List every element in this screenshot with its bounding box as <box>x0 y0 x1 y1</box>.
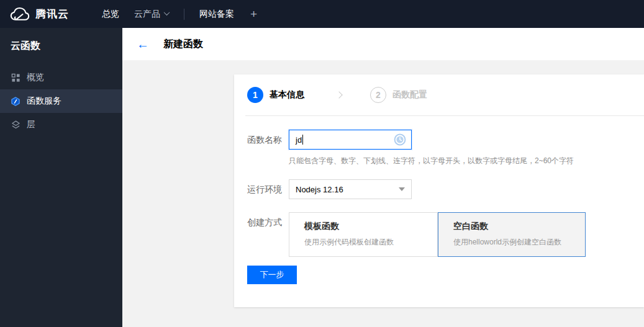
nav-divider <box>184 9 184 20</box>
main-area: ← 新建函数 1 基本信息 2 函数配置 函数名称 jd <box>122 28 644 327</box>
tencent-cloud-logo-icon <box>9 7 30 22</box>
nav-item-icp[interactable]: 网站备案 <box>199 9 234 20</box>
runtime-select[interactable]: Nodejs 12.16 <box>289 179 412 199</box>
pending-clock-icon <box>394 133 406 146</box>
create-function-card: 1 基本信息 2 函数配置 函数名称 jd <box>234 74 644 307</box>
function-hexagon-icon <box>11 96 20 106</box>
nav-item-cloud-products[interactable]: 云产品 <box>134 9 169 20</box>
top-navbar: 腾讯云 总览 云产品 网站备案 + <box>0 0 644 28</box>
sidebar-item-function-service[interactable]: 函数服务 <box>0 89 122 113</box>
function-name-row: 函数名称 jd <box>247 130 644 166</box>
option-card-template-function[interactable]: 模板函数 使用示例代码模板创建函数 <box>289 212 438 257</box>
creation-method-label: 创建方式 <box>247 212 289 257</box>
step-2-indicator: 2 <box>370 87 386 103</box>
basic-info-form: 函数名称 jd <box>234 116 644 257</box>
option-title: 模板函数 <box>304 221 437 232</box>
function-name-label: 函数名称 <box>247 130 289 166</box>
sidebar-item-overview[interactable]: 概览 <box>0 66 122 89</box>
function-name-help: 只能包含字母、数字、下划线、连字符，以字母开头，以数字或字母结尾，2~60个字符 <box>289 156 574 166</box>
add-tab-button[interactable]: + <box>250 7 257 21</box>
sidebar-item-layers[interactable]: 层 <box>0 113 122 137</box>
runtime-row: 运行环境 Nodejs 12.16 <box>247 179 644 199</box>
page-body: 1 基本信息 2 函数配置 函数名称 jd <box>122 60 644 327</box>
sidebar-item-label: 概览 <box>27 72 44 83</box>
option-card-blank-function[interactable]: 空白函数 使用helloworld示例创建空白函数 <box>438 212 586 257</box>
sidebar-item-label: 层 <box>27 119 35 130</box>
sidebar-item-label: 函数服务 <box>27 96 61 107</box>
function-name-input[interactable]: jd <box>289 130 412 150</box>
sidebar: 云函数 概览 函数服务 层 <box>0 28 122 327</box>
text-cursor <box>302 135 303 145</box>
back-button[interactable]: ← <box>137 38 149 50</box>
option-title: 空白函数 <box>453 221 585 232</box>
page-header: ← 新建函数 <box>122 28 644 60</box>
next-step-button[interactable]: 下一步 <box>247 266 297 284</box>
creation-method-row: 创建方式 模板函数 使用示例代码模板创建函数 空白函数 使用helloworld… <box>247 212 644 257</box>
caret-down-icon <box>399 187 405 191</box>
layers-icon <box>11 120 20 130</box>
brand-name: 腾讯云 <box>35 7 69 21</box>
runtime-value: Nodejs 12.16 <box>296 185 343 194</box>
step-1-indicator: 1 <box>247 87 263 103</box>
page-title: 新建函数 <box>163 38 203 51</box>
chevron-right-icon <box>335 91 342 98</box>
option-desc: 使用helloworld示例创建空白函数 <box>453 237 585 248</box>
grid-overview-icon <box>11 73 20 83</box>
chevron-down-icon <box>164 9 170 16</box>
tencent-cloud-brand[interactable]: 腾讯云 <box>0 7 87 22</box>
function-name-value: jd <box>296 135 302 145</box>
nav-item-overview[interactable]: 总览 <box>102 9 119 20</box>
creation-method-options: 模板函数 使用示例代码模板创建函数 空白函数 使用helloworld示例创建空… <box>289 212 586 257</box>
wizard-steps: 1 基本信息 2 函数配置 <box>234 74 644 103</box>
sidebar-title: 云函数 <box>0 28 122 66</box>
step-2-label: 函数配置 <box>392 89 427 101</box>
runtime-label: 运行环境 <box>247 179 289 199</box>
option-desc: 使用示例代码模板创建函数 <box>304 237 437 248</box>
step-1-label: 基本信息 <box>270 89 304 101</box>
